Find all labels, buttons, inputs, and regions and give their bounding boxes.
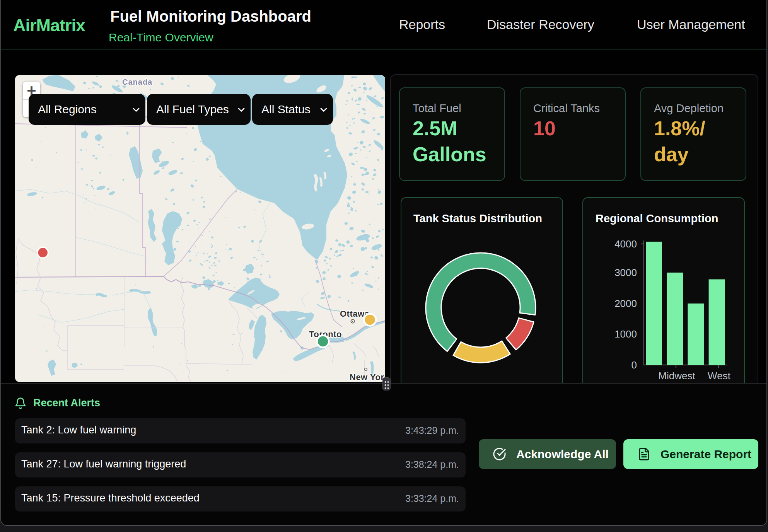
svg-text:0: 0 xyxy=(631,359,637,371)
svg-text:1000: 1000 xyxy=(614,328,637,340)
svg-text:New York: New York xyxy=(350,372,385,382)
svg-text:Canada: Canada xyxy=(122,78,152,86)
svg-text:West: West xyxy=(708,370,731,382)
svg-text:2000: 2000 xyxy=(614,298,637,309)
svg-text:4000: 4000 xyxy=(614,238,637,250)
svg-text:3000: 3000 xyxy=(614,267,637,278)
svg-text:Midwest: Midwest xyxy=(658,370,695,382)
